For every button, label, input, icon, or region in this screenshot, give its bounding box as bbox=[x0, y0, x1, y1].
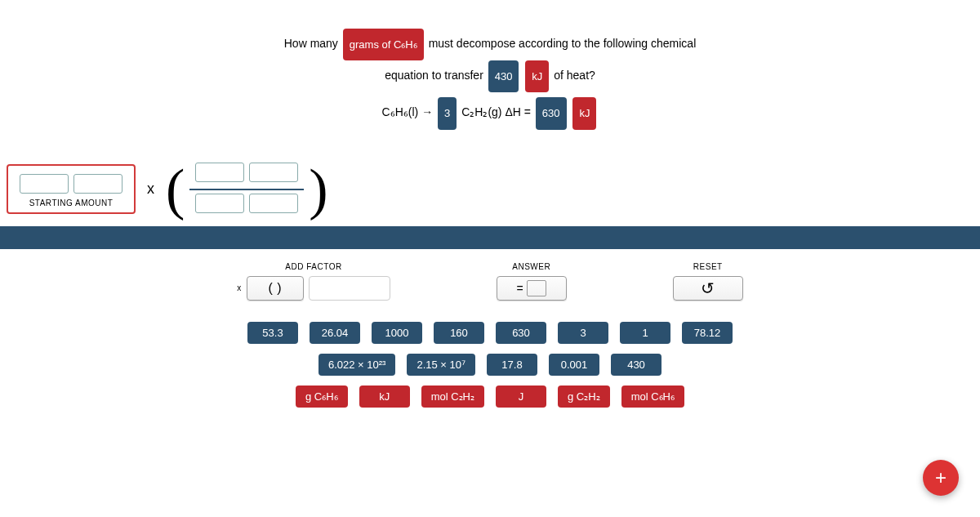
add-factor-times: x bbox=[237, 283, 242, 292]
answer-control: ANSWER = bbox=[497, 262, 567, 301]
chip-3[interactable]: 3 bbox=[438, 97, 457, 129]
reset-control: RESET ↺ bbox=[673, 262, 743, 301]
controls-row: ADD FACTOR x ( ) ANSWER = RESET ↺ bbox=[0, 262, 980, 301]
divider-band bbox=[0, 226, 980, 249]
add-factor-preview bbox=[309, 276, 390, 301]
tile-number[interactable]: 0.001 bbox=[549, 354, 599, 376]
tile-number[interactable]: 1 bbox=[620, 322, 670, 344]
tile-row-numbers-1: 53.3 26.04 1000 160 630 3 1 78.12 bbox=[247, 322, 733, 344]
undo-icon: ↺ bbox=[701, 280, 715, 296]
tile-unit[interactable]: mol C₆H₆ bbox=[621, 386, 684, 408]
tile-unit[interactable]: kJ bbox=[359, 386, 410, 408]
add-factor-control: ADD FACTOR x ( ) bbox=[237, 262, 390, 301]
answer-button[interactable]: = bbox=[497, 276, 567, 301]
tile-number[interactable]: 17.8 bbox=[487, 354, 537, 376]
numerator-value-slot[interactable] bbox=[195, 163, 244, 182]
starting-amount-label: STARTING AMOUNT bbox=[20, 198, 122, 207]
reset-button[interactable]: ↺ bbox=[673, 276, 743, 301]
add-fab-button[interactable]: + bbox=[923, 460, 959, 496]
tile-area: 53.3 26.04 1000 160 630 3 1 78.12 6.022 … bbox=[0, 322, 980, 408]
q-text: of heat? bbox=[554, 69, 595, 82]
chip-kj[interactable]: kJ bbox=[525, 60, 549, 92]
tile-number[interactable]: 430 bbox=[611, 354, 662, 376]
tile-row-numbers-2: 6.022 × 10²³ 2.15 × 10⁷ 17.8 0.001 430 bbox=[318, 354, 662, 376]
chip-630[interactable]: 630 bbox=[536, 97, 567, 129]
chip-grams-c6h6[interactable]: grams of C₆H₆ bbox=[343, 29, 424, 60]
q-text: must decompose according to the followin… bbox=[429, 37, 697, 50]
denominator-value-slot[interactable] bbox=[195, 194, 244, 213]
starting-amount-box[interactable]: STARTING AMOUNT bbox=[7, 164, 136, 214]
add-factor-button[interactable]: ( ) bbox=[247, 276, 304, 301]
add-factor-label: ADD FACTOR bbox=[237, 262, 390, 271]
answer-label: ANSWER bbox=[497, 262, 567, 271]
reset-label: RESET bbox=[673, 262, 743, 271]
equals-icon: = bbox=[516, 282, 523, 295]
numerator-unit-slot[interactable] bbox=[249, 163, 298, 182]
multiply-symbol: x bbox=[147, 181, 154, 198]
tile-number[interactable]: 2.15 × 10⁷ bbox=[407, 354, 475, 376]
q-text: equation to transfer bbox=[385, 69, 483, 82]
chip-kj-2[interactable]: kJ bbox=[572, 97, 596, 129]
tile-number[interactable]: 53.3 bbox=[247, 322, 298, 344]
tile-unit[interactable]: g C₆H₆ bbox=[296, 386, 348, 408]
close-paren-icon: ) bbox=[309, 167, 327, 212]
start-unit-slot[interactable] bbox=[74, 174, 122, 194]
tile-number[interactable]: 26.04 bbox=[310, 322, 360, 344]
question-text: How many grams of C₆H₆ must decompose ac… bbox=[0, 0, 980, 138]
tile-number[interactable]: 160 bbox=[434, 322, 484, 344]
factor-group: ( ) bbox=[166, 163, 328, 216]
work-area: STARTING AMOUNT x ( ) bbox=[0, 163, 980, 216]
tile-unit[interactable]: J bbox=[496, 386, 546, 408]
tile-number[interactable]: 6.022 × 10²³ bbox=[318, 354, 395, 376]
chip-430[interactable]: 430 bbox=[488, 60, 519, 92]
open-paren-icon: ( bbox=[166, 167, 185, 212]
denominator-unit-slot[interactable] bbox=[249, 194, 298, 213]
tile-number[interactable]: 78.12 bbox=[682, 322, 733, 344]
q-text: How many bbox=[284, 37, 338, 50]
tile-unit[interactable]: g C₂H₂ bbox=[558, 386, 610, 408]
tile-unit[interactable]: mol C₂H₂ bbox=[421, 386, 484, 408]
fraction-bar bbox=[189, 189, 304, 190]
plus-icon: + bbox=[935, 466, 947, 489]
equation-mid: C₂H₂(g) ΔH = bbox=[461, 106, 531, 119]
tile-number[interactable]: 3 bbox=[558, 322, 608, 344]
tile-row-units: g C₆H₆ kJ mol C₂H₂ J g C₂H₂ mol C₆H₆ bbox=[296, 386, 684, 408]
answer-slot bbox=[527, 280, 546, 296]
tile-number[interactable]: 630 bbox=[496, 322, 546, 344]
start-value-slot[interactable] bbox=[20, 174, 69, 194]
equation-lhs: C₆H₆(l) → bbox=[382, 106, 434, 119]
tile-number[interactable]: 1000 bbox=[372, 322, 422, 344]
